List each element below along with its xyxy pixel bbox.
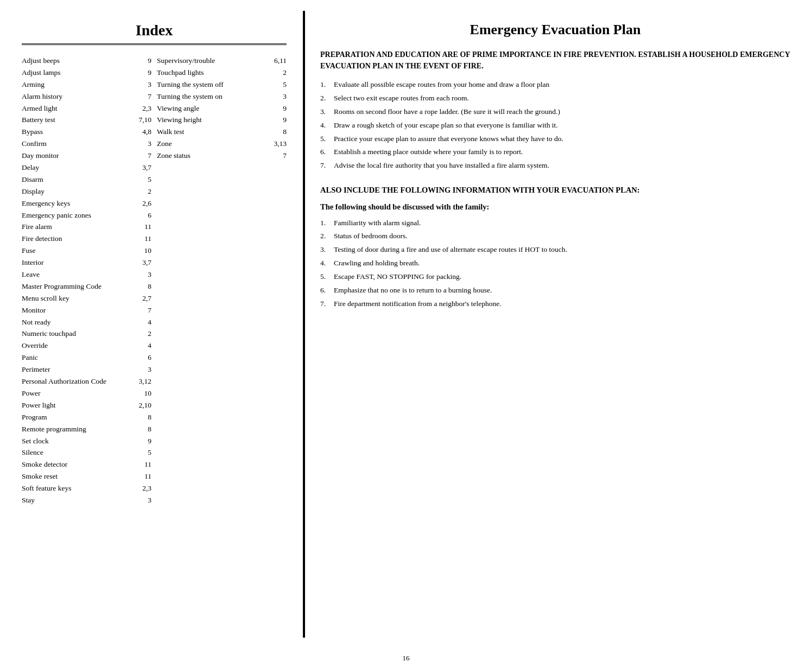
- index-dots: [216, 62, 273, 63]
- index-page-num: 11: [144, 222, 151, 232]
- list-item: Emergency panic zones6: [22, 211, 151, 221]
- list-item: Smoke detector11: [22, 460, 151, 470]
- list-item: Fire alarm11: [22, 222, 151, 232]
- index-dots: [205, 74, 282, 75]
- list-item: Armed light2,3: [22, 104, 151, 114]
- list-item: Disarm5: [22, 175, 151, 185]
- index-page-num: 6,11: [274, 56, 287, 66]
- evac-intro-section: PREPARATION AND EDUCATION ARE OF PRIME I…: [320, 49, 790, 171]
- list-item: 5.Escape FAST, NO STOPPING for packing.: [320, 272, 790, 282]
- list-item: Numeric touchpad2: [22, 329, 151, 339]
- index-page-num: 11: [144, 234, 151, 244]
- list-item: Display2: [22, 187, 151, 197]
- index-term: Turning the system on: [157, 92, 223, 102]
- index-term: Confirm: [22, 139, 47, 149]
- index-page-num: 8: [148, 282, 151, 292]
- index-divider: [22, 43, 287, 45]
- index-dots: [46, 86, 147, 87]
- index-term: Personal Authorization Code: [22, 377, 106, 387]
- index-term: Menu scroll key: [22, 294, 69, 304]
- list-item: Battery test7,10: [22, 115, 151, 125]
- index-term: Touchpad lights: [157, 68, 204, 78]
- index-dots: [77, 335, 147, 336]
- evac-intro-text: PREPARATION AND EDUCATION ARE OF PRIME I…: [320, 49, 790, 72]
- list-item: Leave3: [22, 270, 151, 280]
- index-dots: [57, 407, 138, 408]
- index-term: Armed light: [22, 104, 58, 114]
- index-dots: [39, 359, 147, 360]
- index-page-num: 3: [148, 139, 151, 149]
- list-item: Walk test8: [157, 127, 287, 137]
- index-term: Power: [22, 389, 41, 399]
- list-item: 4.Draw a rough sketch of your escape pla…: [320, 120, 790, 131]
- index-term: Emergency panic zones: [22, 211, 91, 221]
- index-term: Fuse: [22, 246, 36, 256]
- list-item: 1.Familiarity with alarm signal.: [320, 218, 790, 228]
- list-item: Viewing height9: [157, 115, 287, 125]
- list-item: Set clock9: [22, 436, 151, 447]
- index-term: Stay: [22, 495, 35, 506]
- index-page-num: 9: [148, 68, 151, 78]
- index-dots: [51, 371, 147, 372]
- list-item: Master Programming Code8: [22, 282, 151, 292]
- index-dots: [48, 145, 147, 146]
- index-term: Battery test: [22, 115, 55, 125]
- index-dots: [49, 347, 147, 348]
- index-term: Numeric touchpad: [22, 329, 76, 339]
- list-item: Power light2,10: [22, 400, 151, 411]
- list-item: Confirm3: [22, 139, 151, 149]
- evac-also-section: ALSO INCLUDE THE FOLLOWING INFORMATION W…: [320, 185, 790, 309]
- index-dots: [45, 264, 141, 265]
- index-col-1: Adjust beeps9Adjust lamps9Arming3Alarm h…: [22, 56, 151, 507]
- index-dots: [61, 62, 147, 63]
- index-page-num: 10: [144, 389, 152, 399]
- index-dots: [224, 98, 282, 99]
- evac-page: Emergency Evacuation Plan PREPARATION AN…: [304, 11, 812, 638]
- list-item: Monitor7: [22, 306, 151, 316]
- list-item: 7.Advise the local fire authority that y…: [320, 161, 790, 171]
- index-term: Turning the system off: [157, 80, 224, 90]
- index-dots: [64, 240, 143, 241]
- list-item: Fuse10: [22, 246, 151, 256]
- list-item: 2.Status of bedroom doors.: [320, 231, 790, 241]
- index-dots: [71, 300, 141, 301]
- index-page-num: 4,8: [142, 127, 151, 137]
- index-term: Viewing height: [157, 115, 202, 125]
- list-item: Zone status7: [157, 151, 287, 161]
- index-term: Soft feature keys: [22, 483, 71, 494]
- list-item: 3.Rooms on second floor have a rope ladd…: [320, 107, 790, 117]
- list-item: Emergency keys2,6: [22, 199, 151, 209]
- index-dots: [50, 443, 147, 443]
- index-term: Alarm history: [22, 92, 62, 102]
- page-number: 16: [0, 648, 812, 668]
- list-item: Adjust beeps9: [22, 56, 151, 66]
- index-term: Not ready: [22, 317, 51, 328]
- list-item: 2.Select two exit escape routes from eac…: [320, 93, 790, 104]
- index-page-num: 3,13: [274, 139, 287, 149]
- index-term: Master Programming Code: [22, 282, 101, 292]
- list-item: Smoke reset11: [22, 472, 151, 482]
- index-page-num: 2,3: [142, 483, 151, 494]
- list-item: Interior3,7: [22, 258, 151, 268]
- index-term: Adjust beeps: [22, 56, 60, 66]
- index-page-num: 8: [148, 424, 151, 435]
- index-dots: [64, 98, 147, 99]
- index-dots: [203, 122, 282, 122]
- index-page-num: 3: [148, 270, 151, 280]
- index-term: Supervisory/trouble: [157, 56, 215, 66]
- index-dots: [225, 86, 282, 87]
- index-dots: [56, 122, 138, 122]
- evac-title: Emergency Evacuation Plan: [320, 22, 790, 38]
- index-dots: [200, 110, 282, 111]
- list-item: Perimeter3: [22, 365, 151, 375]
- index-page: Index Adjust beeps9Adjust lamps9Arming3A…: [0, 11, 304, 638]
- evac-list-2: 1.Familiarity with alarm signal.2.Status…: [320, 218, 790, 309]
- index-page-num: 11: [144, 472, 151, 482]
- index-term: Leave: [22, 270, 40, 280]
- index-dots: [192, 157, 282, 158]
- list-item: Power10: [22, 389, 151, 399]
- index-page-num: 7,10: [138, 115, 151, 125]
- index-page-num: 2: [283, 68, 287, 78]
- index-term: Power light: [22, 400, 56, 411]
- list-item: Turning the system off5: [157, 80, 287, 90]
